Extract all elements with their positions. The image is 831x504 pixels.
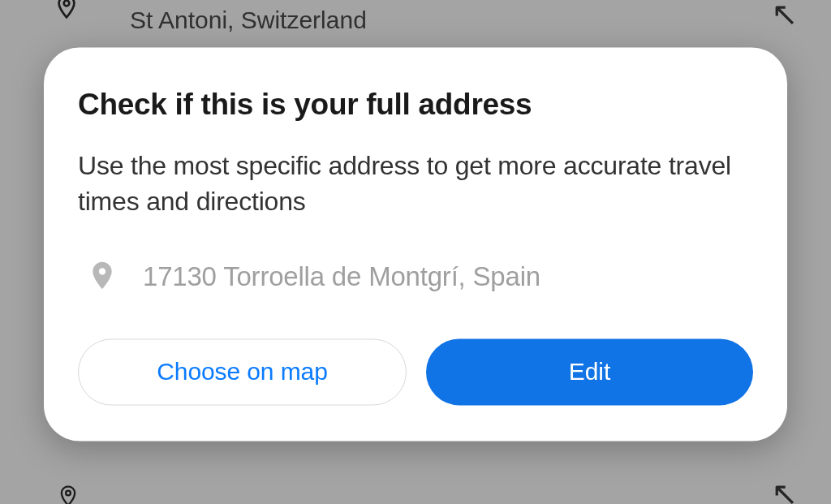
- modal-title: Check if this is your full address: [78, 88, 753, 122]
- address-confirmation-modal: Check if this is your full address Use t…: [44, 47, 787, 442]
- address-text: 17130 Torroella de Montgrí, Spain: [143, 262, 540, 293]
- modal-button-row: Choose on map Edit: [78, 339, 753, 406]
- address-display-row: 17130 Torroella de Montgrí, Spain: [78, 256, 753, 299]
- modal-subtitle: Use the most specific address to get mor…: [78, 148, 753, 221]
- edit-button[interactable]: Edit: [426, 339, 753, 406]
- choose-on-map-button[interactable]: Choose on map: [78, 339, 407, 406]
- location-pin-icon: [86, 256, 118, 299]
